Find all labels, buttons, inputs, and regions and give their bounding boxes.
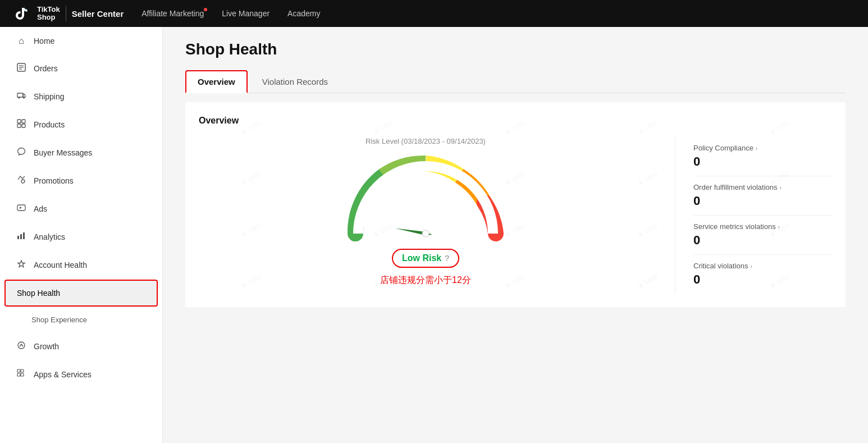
orders-icon [16, 63, 27, 74]
sidebar-item-shipping[interactable]: Shipping [4, 83, 158, 110]
svg-rect-18 [21, 369, 24, 372]
help-icon[interactable]: ? [445, 254, 449, 263]
sidebar-label-account-health: Account Health [34, 261, 87, 270]
logo-area: TikTokShop Seller Center [11, 3, 124, 24]
metric-value-critical-violations: 0 [693, 272, 832, 287]
metric-label-critical-violations[interactable]: Critical violations › [693, 262, 832, 270]
chevron-right-icon: › [750, 263, 752, 270]
svg-rect-15 [23, 232, 25, 239]
sidebar-item-products[interactable]: Products [4, 111, 158, 138]
sidebar-item-growth[interactable]: Growth [4, 333, 158, 360]
sidebar-label-home: Home [34, 36, 54, 45]
sidebar-item-ads[interactable]: Ads [4, 195, 158, 222]
account-health-icon [16, 259, 27, 271]
notification-dot [204, 8, 207, 11]
svg-point-5 [19, 97, 20, 99]
overview-section: ♛ 1850♛ 1850♛ 1850♛ 1850♛ 1850 ♛ 1850♛ 1… [185, 102, 846, 307]
sidebar-item-analytics[interactable]: Analytics [4, 223, 158, 250]
seller-center-label: Seller Center [72, 9, 124, 19]
sidebar-label-shipping: Shipping [34, 92, 65, 101]
svg-point-23 [422, 230, 430, 238]
gauge-container [341, 152, 510, 242]
svg-point-11 [21, 180, 25, 183]
svg-rect-0 [11, 3, 31, 24]
sidebar-item-orders[interactable]: Orders [4, 55, 158, 82]
growth-icon [16, 341, 27, 352]
sidebar-item-promotions[interactable]: Promotions [4, 167, 158, 194]
risk-badge-text: Low Risk [402, 253, 441, 263]
svg-rect-8 [22, 120, 25, 123]
svg-rect-14 [20, 234, 22, 239]
svg-rect-20 [21, 373, 24, 376]
sidebar-label-growth: Growth [34, 342, 59, 351]
sidebar-item-apps-services[interactable]: Apps & Services [4, 361, 158, 388]
gauge-area: Risk Level (03/18/2023 - 09/14/2023) [199, 137, 652, 294]
svg-rect-17 [17, 369, 20, 372]
overview-section-title: Overview [199, 116, 832, 126]
chinese-label: 店铺违规分需小于12分 [380, 275, 471, 286]
sidebar-label-shop-experience: Shop Experience [31, 316, 87, 324]
nav-live-manager[interactable]: Live Manager [222, 9, 269, 18]
tab-overview[interactable]: Overview [185, 70, 248, 93]
sidebar-label-orders: Orders [34, 64, 58, 73]
top-navigation: TikTokShop Seller Center Affiliate Marke… [0, 0, 868, 27]
svg-marker-21 [395, 226, 426, 235]
sidebar-label-shop-health: Shop Health [17, 289, 60, 298]
sidebar-label-ads: Ads [34, 204, 47, 213]
metric-label-policy-compliance[interactable]: Policy Compliance › [693, 144, 832, 152]
tab-bar: Overview Violation Records [185, 70, 846, 93]
risk-date-label: Risk Level (03/18/2023 - 09/14/2023) [366, 137, 486, 145]
logo-text: TikTokShop [37, 6, 60, 22]
svg-rect-7 [17, 120, 21, 123]
metric-value-order-fulfillment: 0 [693, 194, 832, 208]
risk-badge: Low Risk ? [392, 249, 459, 268]
metric-order-fulfillment: Order fulfillment violations › 0 [693, 176, 832, 216]
main-content: Shop Health Overview Violation Records ♛… [163, 27, 868, 443]
metric-policy-compliance: Policy Compliance › 0 [693, 137, 832, 176]
sidebar-item-home[interactable]: ⌂ Home [4, 28, 158, 54]
metrics-panel: Policy Compliance › 0 Order fulfillment … [675, 137, 832, 294]
page-header: Shop Health Overview Violation Records [163, 27, 868, 93]
nav-academy[interactable]: Academy [287, 9, 320, 18]
main-layout: ⌂ Home Orders Shipping Products Buyer [0, 27, 868, 443]
home-icon: ⌂ [16, 36, 27, 46]
page-title: Shop Health [185, 40, 846, 58]
nav-affiliate-marketing[interactable]: Affiliate Marketing [141, 9, 204, 18]
gauge-svg [341, 152, 510, 242]
sidebar-item-buyer-messages[interactable]: Buyer Messages [4, 139, 158, 166]
sidebar-label-analytics: Analytics [34, 232, 65, 241]
sidebar-item-shop-health[interactable]: Shop Health [4, 280, 158, 307]
chevron-right-icon: › [756, 145, 758, 152]
sidebar-label-products: Products [34, 120, 65, 129]
nav-divider [66, 6, 66, 21]
promotions-icon [16, 175, 27, 186]
svg-point-16 [18, 342, 25, 349]
svg-point-6 [23, 97, 25, 99]
sidebar-item-shop-experience[interactable]: Shop Experience [4, 308, 158, 332]
metric-value-service-metrics: 0 [693, 233, 832, 248]
chevron-right-icon: › [778, 223, 780, 230]
svg-rect-10 [22, 124, 25, 127]
products-icon [16, 119, 27, 130]
apps-services-icon [16, 369, 27, 380]
metric-label-service-metrics[interactable]: Service metrics violations › [693, 222, 832, 231]
sidebar-label-apps-services: Apps & Services [34, 370, 92, 379]
metric-value-policy-compliance: 0 [693, 154, 832, 169]
metric-critical-violations: Critical violations › 0 [693, 255, 832, 294]
tiktok-logo-icon [11, 3, 31, 24]
sidebar: ⌂ Home Orders Shipping Products Buyer [0, 27, 163, 443]
tab-violation-records[interactable]: Violation Records [250, 70, 340, 93]
overview-inner: Risk Level (03/18/2023 - 09/14/2023) [199, 137, 832, 294]
messages-icon [16, 147, 27, 158]
sidebar-label-buyer-messages: Buyer Messages [34, 148, 92, 157]
metric-label-order-fulfillment[interactable]: Order fulfillment violations › [693, 183, 832, 191]
shipping-icon [16, 91, 27, 102]
metric-service-metrics: Service metrics violations › 0 [693, 216, 832, 255]
chevron-right-icon: › [779, 184, 782, 191]
sidebar-item-account-health[interactable]: Account Health [4, 252, 158, 278]
svg-rect-19 [17, 373, 20, 376]
analytics-icon [16, 231, 27, 243]
sidebar-label-promotions: Promotions [34, 176, 74, 185]
svg-rect-9 [17, 124, 21, 127]
ads-icon [16, 203, 27, 214]
